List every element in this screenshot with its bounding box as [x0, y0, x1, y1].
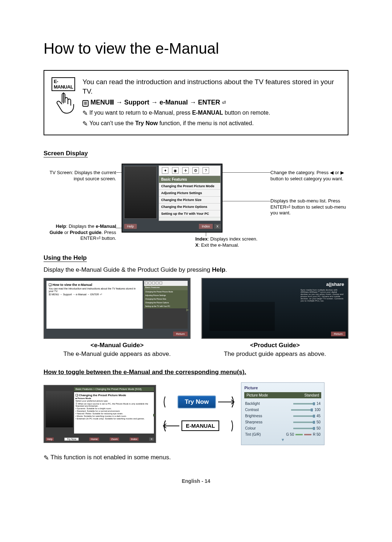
tvscreen-caption: TV Screen: Displays the current input so…	[44, 170, 116, 182]
emg-body: You can read the introduction and instru…	[49, 287, 140, 292]
picture-menu-screenshot: Picture Picture ModeStandard Backlight14…	[241, 382, 324, 445]
index-caption: Index: Displays index screen. X: Exit th…	[195, 236, 279, 248]
submenu-item[interactable]: Setting up the TV with Your PC	[159, 210, 220, 217]
pg-blurb: Sync media from multiple devices with Al…	[301, 289, 344, 302]
emanual-label: e-Manual	[159, 99, 188, 106]
home-button[interactable]: Home	[89, 438, 99, 441]
enter-icon: ⏎	[286, 204, 290, 210]
using-help-desc: Display the e-Manual Guide & the Product…	[44, 266, 348, 274]
tl-tv-region	[46, 391, 73, 427]
emg-row: Adjusting Picture Settings	[144, 294, 188, 297]
help-button[interactable]: Help	[46, 438, 54, 441]
arrow-left-icon	[162, 419, 180, 433]
product-guide-label: <Product Guide>	[201, 342, 348, 349]
emanual-detail-screenshot: Basic Features > Changing the Preset Pic…	[44, 385, 156, 443]
curve-arrow-icon	[221, 419, 235, 433]
picture-menu-title: Picture	[244, 386, 321, 390]
zoom-button[interactable]: Zoom	[110, 438, 119, 441]
tl-title: ❏ Changing the Preset Picture Mode	[75, 394, 152, 397]
exit-button[interactable]: X	[149, 438, 154, 441]
slider-row[interactable]: Contrast100	[244, 407, 321, 413]
arrow-right-icon	[217, 395, 236, 409]
exit-button[interactable]: X	[214, 224, 221, 229]
submenu-item[interactable]: Changing the Preset Picture Mode	[159, 183, 220, 190]
emg-row: Setting up the TV with Your PC	[144, 305, 188, 308]
slider-row[interactable]: Brightness45	[244, 413, 321, 419]
emanual-pill[interactable]: E-MANUAL	[181, 420, 219, 431]
toggle-heading: How to toggle between the e-Manual and t…	[44, 369, 348, 376]
cat-icon[interactable]: ✦	[162, 167, 168, 174]
using-help-heading: Using the Help	[44, 254, 87, 262]
slider-row[interactable]: Colour50	[244, 425, 321, 431]
final-note: ✎This function is not enabled in some me…	[44, 454, 348, 462]
note-icon: ✎	[82, 120, 88, 128]
index-button[interactable]: Index	[199, 224, 213, 229]
tl-breadcrumb: Basic Features > Changing the Preset Pic…	[74, 387, 154, 391]
help-caption: Help: Displays the e-Manual Guide or Pro…	[44, 223, 116, 241]
emanual-guide-label: <e-Manual Guide>	[44, 342, 191, 349]
remote-btn-icon: ☰	[82, 100, 89, 107]
tint-row[interactable]: Tint (G/R)G 50R 50	[244, 431, 321, 438]
cat-icon[interactable]: ?	[203, 167, 209, 174]
right-arrow-icon: ▶	[186, 308, 189, 312]
cat-icon[interactable]: ⚙	[192, 167, 199, 174]
emg-row: Changing the Picture Size	[144, 297, 188, 301]
menu-label: MENU	[90, 99, 110, 106]
slider-row[interactable]: Sharpness50	[244, 419, 321, 425]
emanual-guide-screenshot: ❏ How to view the e-Manual You can read …	[44, 278, 191, 339]
emg-row: Changing the Preset Picture Mode	[144, 290, 188, 294]
emanual-panel: ✦ ◉ ✈ ⚙ ? Basic Features Changing the Pr…	[159, 165, 221, 221]
page-footer: English - 14	[44, 478, 348, 484]
submenu-item[interactable]: Changing the Picture Size	[159, 197, 220, 204]
return-button[interactable]: Return	[331, 332, 346, 336]
picture-mode-row[interactable]: Picture ModeStandard	[244, 392, 321, 398]
screen-display-heading: Screen Display	[44, 150, 88, 157]
menu-path: ☰ MENUⅢ → Support → e-Manual → ENTER ⏎	[82, 98, 340, 107]
category-icons: ✦ ◉ ✈ ⚙ ?	[159, 166, 220, 176]
intro-lead: You can read the introduction and instru…	[82, 77, 340, 96]
emg-row: Changing the Picture Options	[144, 301, 188, 305]
slider-row[interactable]: Backlight14	[244, 401, 321, 407]
try-now-pill[interactable]: Try Now	[177, 395, 216, 408]
help-button[interactable]: Help	[124, 224, 137, 229]
enter-label: ENTER	[198, 99, 220, 106]
curve-arrow-icon	[162, 395, 176, 409]
product-guide-screenshot: a||share Sync media from multiple device…	[201, 278, 348, 339]
submenu-caption: Displays the sub-menu list. Press ENTER⏎…	[270, 198, 348, 216]
pg-image	[209, 302, 275, 331]
submenu-item[interactable]: Changing the Picture Options	[159, 204, 220, 210]
allshare-logo: a||share	[326, 282, 344, 287]
emg-path: ☰ MENU → Support → e-Manual → ENTER ⏎	[49, 293, 140, 296]
emanual-guide-desc: The e-Manual guide appears as above.	[44, 350, 191, 358]
screen-display-diagram: TV Screen: Displays the current input so…	[44, 162, 348, 249]
emanual-badge: E-MANUAL	[52, 77, 75, 91]
tv-device: ✦ ◉ ✈ ⚙ ? Basic Features Changing the Pr…	[122, 164, 222, 233]
note-icon: ✎	[82, 109, 88, 118]
note-icon: ✎	[44, 454, 49, 462]
enter-icon: ⏎	[97, 235, 101, 241]
change-category-caption: Change the category. Press ◀ or ▶ button…	[270, 170, 348, 182]
right-arrow-icon: ▶	[153, 413, 156, 417]
cat-icon[interactable]: ✈	[182, 167, 189, 174]
hand-icon	[53, 91, 74, 120]
product-guide-desc: The product guide appears as above.	[201, 350, 348, 358]
basic-features-bar: Basic Features	[159, 176, 220, 183]
tv-screen-region	[124, 166, 157, 219]
intro-box: E-MANUAL You can read the introduction a…	[44, 70, 348, 135]
emg-strip: Basic Features	[144, 286, 188, 290]
emg-title: ❏ How to view the e-Manual	[49, 283, 140, 287]
toggle-arrows: Try Now E-MANUAL	[162, 395, 236, 433]
intro-note-1: ✎If you want to return to e-Manual, pres…	[82, 109, 340, 118]
emanual-hand-graphic: E-MANUAL	[52, 77, 75, 128]
cat-icon[interactable]: ◉	[172, 167, 179, 174]
support-label: Support	[124, 99, 149, 106]
try-now-button[interactable]: Try Now	[64, 438, 79, 441]
page-title: How to view the e-Manual	[44, 40, 348, 57]
enter-icon: ⏎	[222, 98, 226, 106]
return-button[interactable]: Return	[173, 332, 188, 336]
intro-note-2: ✎You can't use the Try Now function, if …	[82, 120, 340, 128]
submenu-item[interactable]: Adjusting Picture Settings	[159, 190, 220, 197]
index-button[interactable]: Index	[130, 438, 139, 441]
